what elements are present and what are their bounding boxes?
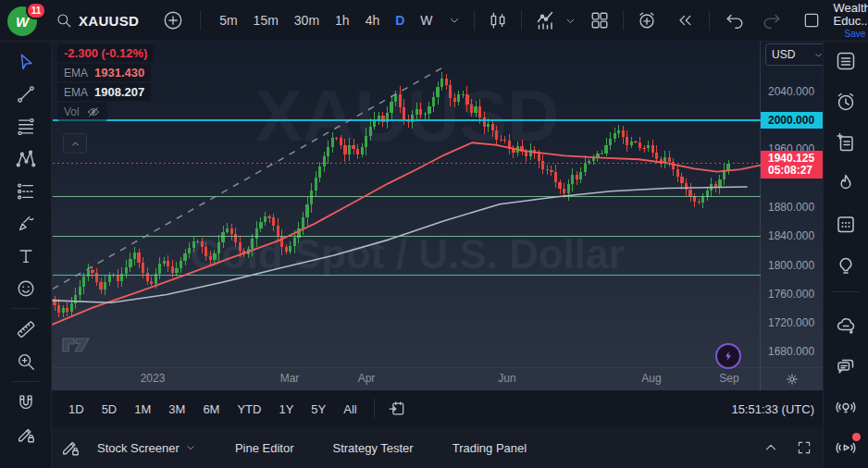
symbol-change-row[interactable]: -2.300 (-0.12%) <box>57 44 154 62</box>
range-1m[interactable]: 1M <box>127 399 158 420</box>
tool-xabcd-pattern[interactable] <box>6 142 46 175</box>
time-label-Jun: Jun <box>498 372 515 385</box>
cursor-icon <box>16 52 36 72</box>
fib-retracement-icon <box>16 117 36 137</box>
symbol-search[interactable]: XAUUSD <box>56 12 139 29</box>
tab-strategy-tester[interactable]: Strategy Tester <box>332 441 413 455</box>
tab-label: Stock Screener <box>97 441 180 455</box>
gear-icon <box>785 372 800 387</box>
app-logo[interactable]: W 11 <box>7 4 41 37</box>
price-scale[interactable]: USD 2040.0001960.0001880.0001840.0001800… <box>760 41 824 368</box>
range-ytd[interactable]: YTD <box>229 399 268 420</box>
sidebar-live-streams[interactable] <box>824 427 868 468</box>
time-label-Apr: Apr <box>358 372 376 385</box>
timeframe-menu-button[interactable] <box>444 10 465 31</box>
expand-panel-icon[interactable] <box>763 439 779 456</box>
time-axis[interactable]: 2023MarAprJunAugSep <box>51 367 824 390</box>
create-alert-button[interactable] <box>633 6 661 34</box>
legend-collapse-button[interactable] <box>63 133 87 154</box>
bar-countdown: 05:08:27 <box>768 165 824 177</box>
tool-brush[interactable] <box>6 207 46 240</box>
panel-drawing-lock-button[interactable] <box>56 434 84 462</box>
time-label-Sep: Sep <box>719 372 738 385</box>
range-5y[interactable]: 5Y <box>304 399 333 420</box>
timeframe-5m[interactable]: 5m <box>219 13 237 28</box>
clock-utc[interactable]: 15:51:33 (UTC) <box>731 402 814 416</box>
indicators-button[interactable] <box>531 6 561 35</box>
price-tick: 1800.000 <box>768 258 814 273</box>
timeframe-1h[interactable]: 1h <box>335 13 350 28</box>
bar-replay-button[interactable] <box>672 7 698 33</box>
range-all[interactable]: All <box>336 399 364 420</box>
volume-legend-row[interactable]: Vol <box>57 103 107 121</box>
brush-icon <box>16 214 36 234</box>
live-indicator-dot <box>852 433 861 441</box>
sidebar-notes[interactable] <box>824 122 868 163</box>
tool-ruler[interactable] <box>6 313 46 345</box>
redo-button[interactable] <box>758 6 786 34</box>
ema-legend-row[interactable]: EMA1908.207 <box>57 83 151 101</box>
chart-area[interactable]: XAUUSDGold Spot / U.S. Dollar -2.300 (-0… <box>51 41 824 390</box>
tool-long-position[interactable] <box>6 175 46 207</box>
tool-emoji[interactable] <box>6 272 46 304</box>
ema-value: 1908.207 <box>94 85 144 99</box>
ema-legend-row[interactable]: EMA1931.430 <box>57 64 151 81</box>
tool-text[interactable] <box>6 240 46 272</box>
range-6m[interactable]: 6M <box>195 399 227 420</box>
price-tick: 1880.000 <box>768 200 814 215</box>
pencil-lock-icon <box>60 437 81 458</box>
tool-trend-line[interactable] <box>6 78 46 110</box>
timeframe-4h[interactable]: 4h <box>366 13 380 28</box>
timeframe-D[interactable]: D <box>395 13 404 28</box>
price-tick: 1680.000 <box>768 344 814 359</box>
tab-pine-editor[interactable]: Pine Editor <box>235 441 294 455</box>
time-label-2023: 2023 <box>141 372 166 385</box>
sidebar-ideas-stream[interactable] <box>824 387 868 427</box>
timeframe-row: 5m15m30m1h4hDW <box>219 13 432 28</box>
chat-bubbles-icon <box>835 355 857 377</box>
sidebar-minds[interactable] <box>824 305 868 346</box>
range-3m[interactable]: 3M <box>161 399 192 420</box>
range-1d[interactable]: 1D <box>61 399 92 420</box>
timeframe-W[interactable]: W <box>420 13 432 28</box>
tradingview-logo[interactable] <box>61 333 98 361</box>
tool-zoom-in[interactable] <box>6 345 46 377</box>
sidebar-watchlist[interactable] <box>824 41 868 81</box>
range-1y[interactable]: 1Y <box>271 399 301 420</box>
sidebar-alerts[interactable] <box>824 81 868 122</box>
go-to-date-icon <box>388 400 406 418</box>
layout-name-save[interactable]: Wealthy Educ... Save <box>834 2 868 40</box>
eye-hidden-icon[interactable] <box>86 105 101 119</box>
tab-stock-screener[interactable]: Stock Screener <box>97 441 196 455</box>
chart-style-button[interactable] <box>484 6 512 34</box>
undo-button[interactable] <box>721 6 749 34</box>
divider <box>13 308 39 309</box>
indicators-icon <box>535 9 557 31</box>
range-buttons: 1D5D1M3M6MYTD1Y5YAll <box>58 399 365 420</box>
go-to-date-button[interactable] <box>384 396 410 422</box>
save-link[interactable]: Save <box>845 29 866 39</box>
multichart-layout-button[interactable] <box>586 6 614 34</box>
chart-settings-corner[interactable] <box>760 368 824 390</box>
tool-drawing-lock[interactable] <box>6 418 46 450</box>
compare-add-symbol-button[interactable] <box>159 6 187 34</box>
sidebar-ideas[interactable] <box>824 245 868 286</box>
instant-data-flash-button[interactable] <box>715 343 741 369</box>
candlestick-chart[interactable]: XAUUSDGold Spot / U.S. Dollar <box>51 41 761 368</box>
sidebar-chat[interactable] <box>824 346 868 387</box>
currency-selector[interactable]: USD <box>765 43 830 66</box>
timeframe-15m[interactable]: 15m <box>254 13 279 28</box>
range-5d[interactable]: 5D <box>94 399 125 420</box>
fullscreen-icon[interactable] <box>796 439 812 456</box>
tool-fib-retracement[interactable] <box>6 110 46 142</box>
panel-controls <box>763 439 812 456</box>
save-layout-button[interactable] <box>799 7 825 33</box>
tab-trading-panel[interactable]: Trading Panel <box>453 441 527 455</box>
indicators-menu-button[interactable] <box>561 11 580 31</box>
tool-cursor[interactable] <box>6 45 46 78</box>
sidebar-calendar[interactable] <box>824 203 868 244</box>
timeframe-30m[interactable]: 30m <box>294 13 319 28</box>
sidebar-hotlists[interactable] <box>824 163 868 203</box>
emoji-icon <box>16 278 36 299</box>
tool-magnet[interactable] <box>6 386 46 418</box>
